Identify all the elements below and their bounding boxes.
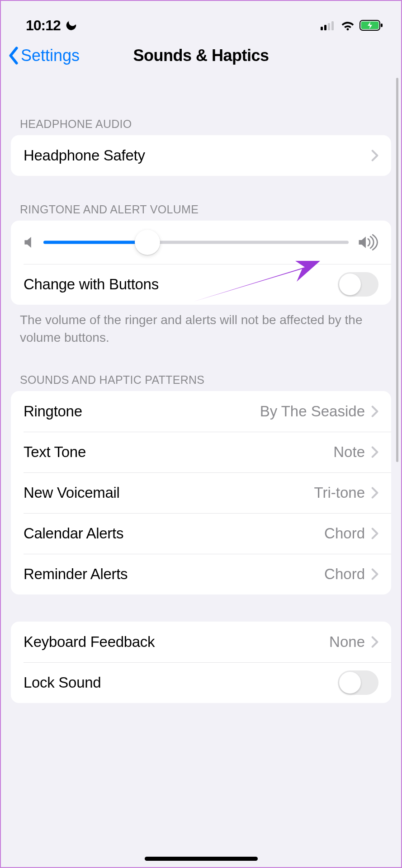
scrollbar[interactable] (396, 78, 398, 462)
chevron-right-icon (371, 527, 378, 540)
section-header-headphone: HEADPHONE AUDIO (1, 118, 401, 135)
back-label: Settings (21, 46, 80, 65)
cell-label: Lock Sound (24, 674, 338, 691)
chevron-right-icon (371, 568, 378, 580)
section-footer-volume: The volume of the ringer and alerts will… (1, 305, 401, 346)
cell-label: New Voicemail (24, 484, 314, 501)
svg-rect-2 (328, 23, 330, 30)
cell-headphone-safety[interactable]: Headphone Safety (11, 135, 391, 176)
cell-lock-sound[interactable]: Lock Sound (11, 662, 391, 703)
cell-label: Keyboard Feedback (24, 633, 329, 651)
cell-value: Tri-tone (314, 484, 365, 501)
toggle-change-with-buttons[interactable] (338, 272, 378, 297)
cell-pattern-item[interactable]: RingtoneBy The Seaside (11, 391, 391, 432)
cell-label: Reminder Alerts (24, 566, 324, 583)
cell-label: Ringtone (24, 403, 260, 420)
do-not-disturb-icon (65, 19, 77, 31)
slider-fill (43, 241, 147, 244)
volume-slider-cell (11, 221, 391, 264)
status-time: 10:12 (26, 17, 61, 34)
cell-pattern-item[interactable]: Text ToneNote (11, 432, 391, 472)
slider-thumb[interactable] (135, 230, 160, 255)
toggle-knob (339, 672, 361, 693)
cell-label: Text Tone (24, 443, 333, 461)
chevron-right-icon (371, 405, 378, 418)
cell-pattern-item[interactable]: New VoicemailTri-tone (11, 472, 391, 513)
volume-slider[interactable] (43, 230, 349, 255)
status-bar: 10:12 (1, 1, 401, 37)
group-volume: Change with Buttons (11, 221, 391, 305)
cell-value: By The Seaside (260, 403, 365, 420)
group-headphone: Headphone Safety (11, 135, 391, 176)
cell-label: Calendar Alerts (24, 525, 324, 542)
volume-low-icon (24, 236, 34, 249)
svg-rect-0 (321, 27, 323, 30)
wifi-icon (341, 20, 355, 31)
cell-change-with-buttons[interactable]: Change with Buttons (11, 264, 391, 305)
cell-value: None (329, 633, 365, 651)
cell-pattern-item[interactable]: Reminder AlertsChord (11, 554, 391, 594)
chevron-right-icon (371, 636, 378, 648)
svg-rect-6 (381, 24, 383, 27)
cell-keyboard-feedback[interactable]: Keyboard Feedback None (11, 622, 391, 662)
chevron-left-icon (7, 47, 20, 65)
battery-charging-icon (359, 20, 383, 31)
page-title: Sounds & Haptics (133, 46, 269, 65)
cell-value: Chord (324, 566, 365, 583)
cell-pattern-item[interactable]: Calendar AlertsChord (11, 513, 391, 554)
chevron-right-icon (371, 149, 378, 162)
section-header-patterns: SOUNDS AND HAPTIC PATTERNS (1, 373, 401, 391)
status-right (321, 20, 383, 31)
cell-value: Note (333, 443, 365, 461)
chevron-right-icon (371, 446, 378, 458)
cell-value: Chord (324, 525, 365, 542)
svg-rect-3 (331, 21, 334, 30)
home-indicator (145, 857, 258, 861)
cellular-icon (321, 20, 336, 30)
toggle-knob (339, 274, 361, 295)
volume-high-icon (358, 234, 378, 250)
chevron-right-icon (371, 486, 378, 499)
group-patterns: RingtoneBy The SeasideText ToneNoteNew V… (11, 391, 391, 594)
cell-label: Change with Buttons (24, 276, 338, 293)
section-header-volume: RINGTONE AND ALERT VOLUME (1, 203, 401, 221)
cell-label: Headphone Safety (24, 147, 371, 164)
group-other: Keyboard Feedback None Lock Sound (11, 622, 391, 703)
status-left: 10:12 (26, 17, 77, 34)
toggle-lock-sound[interactable] (338, 670, 378, 695)
nav-bar: Settings Sounds & Haptics (1, 46, 401, 82)
svg-rect-1 (324, 25, 326, 30)
back-button[interactable]: Settings (7, 46, 80, 65)
